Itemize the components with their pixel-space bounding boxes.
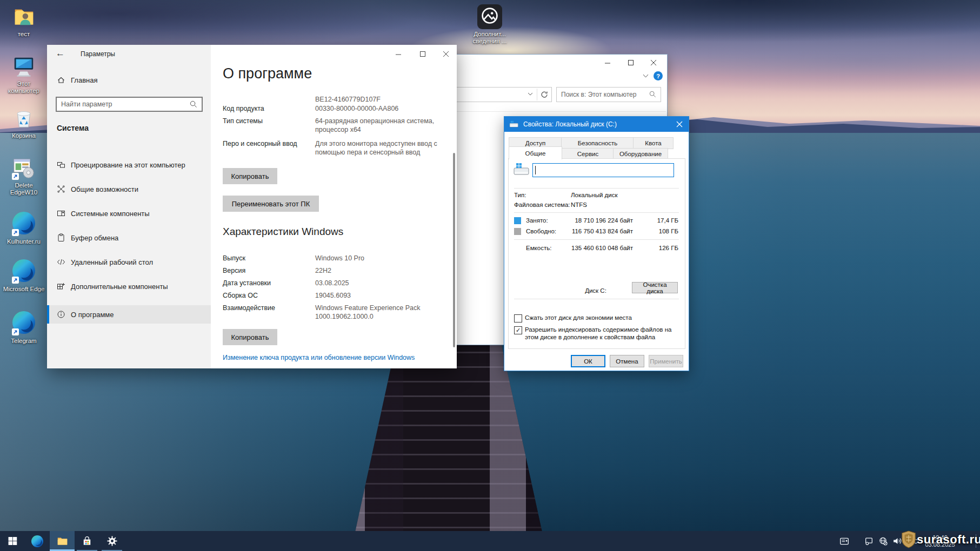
edge-shortcut-icon (11, 212, 36, 237)
tab-quota[interactable]: Квота (633, 137, 674, 149)
capacity-label: Емкость: (526, 245, 551, 251)
clipboard-icon (57, 233, 65, 242)
tray-news-button[interactable] (835, 531, 854, 551)
tray-device-button[interactable] (862, 531, 876, 551)
rename-pc-button[interactable]: Переименовать этот ПК (223, 196, 319, 212)
sidebar-item-about[interactable]: О программе (47, 305, 211, 324)
close-button[interactable] (438, 48, 454, 60)
desktop-icon-telegram[interactable]: Telegram (2, 310, 45, 345)
monitor-icon (864, 536, 874, 546)
desktop-icon-microsoft-edge[interactable]: Microsoft Edge (2, 258, 45, 293)
address-dropdown-icon[interactable] (528, 92, 533, 96)
row-label: Версия (223, 266, 245, 275)
desktop-icon-kulhunter[interactable]: Kulhunter.ru (2, 211, 45, 245)
shortcut-arrow-icon (12, 328, 19, 335)
row-label: Тип системы (223, 117, 263, 125)
microsoft-store-icon (82, 536, 92, 547)
copy-button[interactable]: Копировать (223, 168, 277, 184)
tab-security[interactable]: Безопасность (561, 137, 634, 149)
row-label: Сборка ОС (223, 291, 258, 300)
cancel-button[interactable]: Отмена (610, 355, 644, 367)
desktop-icon-this-pc[interactable]: Этот компьютер (2, 54, 45, 95)
sidebar-item-remote-desktop[interactable]: Удаленный рабочий стол (47, 253, 211, 271)
desktop-icon-label: Kulhunter.ru (2, 238, 45, 245)
help-icon[interactable]: ? (654, 71, 663, 80)
this-pc-icon (11, 54, 36, 79)
settings-sidebar: ← Параметры Главная Найти параметр Систе… (47, 45, 211, 368)
index-checkbox-label[interactable]: Разрешить индексировать содержимое файло… (525, 326, 675, 341)
index-checkbox[interactable]: ✓ (514, 326, 522, 334)
dialog-title: Свойства: Локальный диск (C:) (523, 120, 617, 128)
start-button[interactable] (0, 531, 25, 551)
search-icon[interactable] (649, 91, 656, 98)
settings-main: О программе BE12-4160779D107F Код продук… (211, 45, 457, 368)
drive-icon (513, 162, 530, 177)
drive-icon (509, 120, 519, 129)
taskbar: РУС 10:40 03.08.2025 (0, 531, 980, 551)
row-label: Выпуск (223, 254, 245, 263)
sidebar-item-clipboard[interactable]: Буфер обмена (47, 229, 211, 247)
copy-specs-button[interactable]: Копировать (223, 329, 277, 345)
maximize-button[interactable] (415, 48, 431, 60)
settings-search-placeholder: Найти параметр (61, 100, 112, 108)
globe-no-internet-icon (878, 536, 888, 546)
taskbar-settings-button[interactable] (99, 531, 124, 551)
window-title: Параметры (81, 50, 115, 58)
settings-window: ← Параметры Главная Найти параметр Систе… (47, 45, 457, 368)
edge-shortcut-icon (11, 259, 36, 284)
row-value: 22H2 (315, 266, 331, 275)
taskbar-explorer-button[interactable] (50, 531, 75, 551)
filesystem-label: Файловая система: (514, 201, 570, 208)
capacity-size: 126 ГБ (641, 245, 678, 251)
minimize-button[interactable] (599, 57, 616, 69)
back-button[interactable]: ← (56, 48, 65, 59)
free-size: 108 ГБ (641, 228, 678, 234)
sidebar-item-projection[interactable]: Проецирование на этот компьютер (47, 156, 211, 174)
ok-button[interactable]: ОК (571, 355, 605, 367)
ribbon-collapse-icon[interactable] (643, 74, 649, 78)
taskbar-edge-button[interactable] (25, 531, 50, 551)
page-title: О программе (223, 65, 312, 82)
tab-hardware[interactable]: Оборудование (613, 148, 668, 159)
scrollbar-thumb[interactable] (453, 153, 455, 347)
explorer-search-placeholder: Поиск в: Этот компьютер (561, 91, 636, 98)
desktop-icon-test[interactable]: тест (2, 4, 45, 38)
apply-button[interactable]: Применить (649, 355, 683, 367)
image-file-icon (477, 4, 502, 29)
disk-cleanup-button[interactable]: Очистка диска (632, 282, 678, 293)
row-label: Перо и сенсорный ввод (223, 139, 297, 148)
sidebar-item-shared-experiences[interactable]: Общие возможности (47, 180, 211, 198)
row-value: Windows Feature Experience Pack 1000.190… (315, 304, 445, 321)
compress-checkbox[interactable] (514, 314, 522, 322)
search-icon[interactable] (190, 100, 197, 108)
volume-label-input[interactable] (532, 163, 674, 177)
row-label: Код продукта (223, 104, 264, 113)
change-product-key-link[interactable]: Изменение ключа продукта или обновление … (223, 354, 415, 361)
desktop-icon-recycle-bin[interactable]: Корзина (2, 106, 45, 139)
taskbar-store-button[interactable] (75, 531, 99, 551)
remote-desktop-icon (57, 258, 65, 266)
desktop-icon-label: Telegram (2, 338, 45, 345)
desktop-icon-image-file[interactable]: Дополнит... сведения ... (465, 4, 515, 45)
used-label: Занято: (526, 217, 548, 224)
minimize-button[interactable] (390, 48, 406, 60)
sidebar-item-optional-features[interactable]: Дополнительные компоненты (47, 277, 211, 295)
settings-search-box[interactable]: Найти параметр (56, 97, 203, 112)
tab-tools[interactable]: Сервис (562, 148, 614, 159)
close-icon[interactable] (676, 121, 683, 127)
sidebar-item-system-components[interactable]: Системные компоненты (47, 204, 211, 223)
disk-properties-dialog: Свойства: Локальный диск (C:) Доступ Без… (504, 116, 689, 371)
tray-network-button[interactable] (876, 531, 890, 551)
row-value: 00330-80000-00000-AA806 (315, 104, 398, 113)
close-button[interactable] (645, 57, 662, 69)
type-value: Локальный диск (571, 192, 617, 198)
desktop-icon-delete-edgew10[interactable]: Delete EdgeW10 (2, 156, 45, 196)
maximize-button[interactable] (623, 57, 639, 69)
compress-checkbox-label[interactable]: Сжать этот диск для экономии места (525, 314, 676, 321)
explorer-search-box[interactable]: Поиск в: Этот компьютер (556, 87, 661, 102)
tab-general[interactable]: Общие (509, 146, 562, 159)
sidebar-item-home[interactable]: Главная (47, 71, 211, 89)
system-components-icon (57, 209, 65, 218)
refresh-icon[interactable] (541, 91, 548, 98)
desktop-icon-label: Delete EdgeW10 (2, 182, 45, 196)
